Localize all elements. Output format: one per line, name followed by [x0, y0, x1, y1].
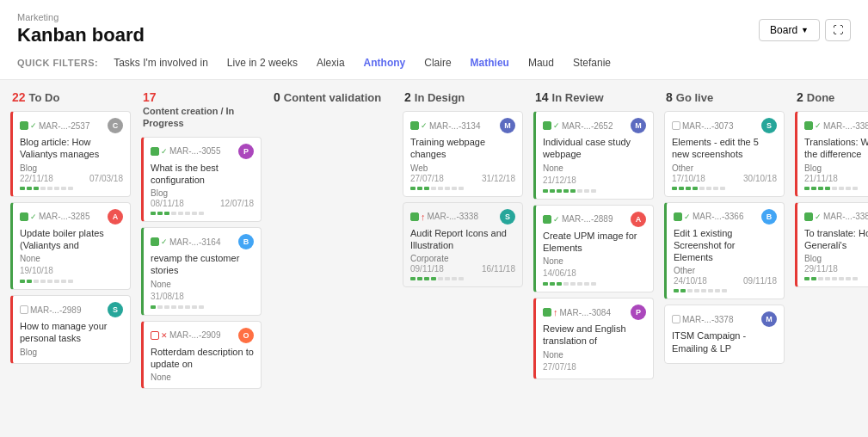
task-icon-2989 — [20, 305, 28, 314]
chevron-down-icon: ▼ — [801, 26, 809, 34]
column-contentvalidation: 0 Content validation — [268, 87, 396, 400]
card-3073[interactable]: MAR-...-3073 S Elements - edit the 5 new… — [664, 111, 785, 197]
card-date2-3366: 09/11/18 — [743, 276, 777, 286]
task-icon-3134 — [410, 121, 419, 130]
card-id-2652: MAR-...-2652 — [562, 121, 613, 131]
card-2909[interactable]: ✕ MAR-...-2909 O Rotterdam description t… — [141, 321, 262, 390]
avatar-2652: M — [631, 118, 646, 133]
card-date1-3164: 31/08/18 — [151, 292, 184, 301]
card-title-2889: Create UPM image for Elements — [543, 230, 646, 255]
card-date1-2652: 21/12/18 — [543, 175, 576, 185]
card-tag-2889: None — [543, 256, 646, 266]
card-title-3134: Training webpage changes — [410, 136, 515, 161]
card-date1-3073: 17/10/18 — [672, 174, 705, 183]
task-icon-3164 — [151, 237, 159, 246]
filter-involved[interactable]: Tasks I'm involved in — [110, 55, 212, 71]
card-tag-3366: Other — [674, 266, 777, 275]
column-todo: 22 To Do ✓ MAR-...-2537 C Blog article: … — [7, 87, 134, 400]
card-tag-3388: Blog — [804, 254, 868, 263]
card-title-3388: To translate: How Generali's — [804, 227, 868, 252]
up-arrow-3338: ↑ — [421, 212, 426, 222]
avatar-3366: B — [761, 209, 777, 225]
card-id-3338: MAR-...-3338 — [428, 212, 478, 221]
card-tag-3387: Blog — [804, 163, 868, 173]
filter-anthony[interactable]: Anthony — [360, 55, 409, 71]
check-icon-3387: ✓ — [815, 121, 822, 130]
kanban-board: 22 To Do ✓ MAR-...-2537 C Blog article: … — [0, 80, 868, 407]
column-done: 2 Done ✓ MAR-...-3387 S Translations: Wh… — [791, 87, 868, 400]
card-3055[interactable]: ✓ MAR-...-3055 P What is the best config… — [141, 137, 262, 223]
card-3285[interactable]: ✓ MAR-...-3285 A Update boiler plates (V… — [10, 202, 131, 291]
card-tag-3134: Web — [410, 163, 515, 173]
card-date2-3055: 12/07/18 — [220, 199, 254, 208]
filter-maud[interactable]: Maud — [525, 55, 557, 71]
card-3134[interactable]: ✓ MAR-...-3134 M Training webpage change… — [403, 111, 523, 197]
filter-stefanie[interactable]: Stefanie — [569, 55, 614, 71]
card-tag-2537: Blog — [20, 163, 123, 173]
check-icon-2909: ✕ — [161, 331, 168, 340]
card-date1-3084: 27/07/18 — [543, 362, 576, 372]
check-icon-3366: ✓ — [684, 212, 691, 221]
card-3378[interactable]: MAR-...-3378 M ITSM Campaign - Emailing … — [664, 305, 785, 364]
card-3164[interactable]: ✓ MAR-...-3164 B revamp the customer sto… — [141, 227, 262, 316]
board-view-button[interactable]: Board ▼ — [759, 19, 820, 41]
card-id-3378: MAR-...-3378 — [682, 315, 733, 324]
card-2989[interactable]: MAR-...-2989 S How to manage your person… — [10, 295, 131, 364]
card-title-2652: Individual case study webpage — [543, 136, 646, 161]
card-date2-2537: 07/03/18 — [89, 174, 123, 183]
card-3387[interactable]: ✓ MAR-...-3387 S Translations: What is t… — [795, 111, 868, 197]
filter-mathieu[interactable]: Mathieu — [467, 55, 513, 71]
card-id-2889: MAR-...-2889 — [562, 214, 613, 224]
column-header-todo: 22 To Do — [10, 87, 131, 111]
card-3366[interactable]: ✓ MAR-...-3366 B Edit 1 existing Screens… — [664, 202, 785, 300]
col-count-golive: 8 — [666, 90, 673, 104]
filter-alexia[interactable]: Alexia — [313, 55, 348, 71]
task-icon-3285 — [20, 212, 28, 221]
avatar-3164: B — [238, 234, 254, 249]
col-name-indesign: In Design — [415, 91, 465, 104]
card-id-2537: MAR-...-2537 — [39, 121, 89, 131]
col-count-inprogress: 17 — [143, 90, 157, 104]
card-tag-3164: None — [151, 280, 254, 289]
task-icon-2537 — [20, 121, 28, 130]
board-label: Board — [770, 24, 797, 36]
filter-claire[interactable]: Claire — [421, 55, 454, 71]
col-name-golive: Go live — [676, 91, 713, 104]
card-title-2909: Rotterdam description to update on — [151, 346, 254, 371]
card-id-2909: MAR-...-2909 — [169, 330, 220, 340]
col-cards-indesign: ✓ MAR-...-3134 M Training webpage change… — [403, 111, 523, 287]
task-icon-3084 — [543, 308, 551, 317]
column-golive: 8 Go live MAR-...-3073 S Elements - edit… — [661, 87, 788, 400]
card-tag-3285: None — [20, 254, 123, 263]
check-icon-3134: ✓ — [421, 121, 428, 130]
card-2889[interactable]: ✓ MAR-...-2889 A Create UPM image for El… — [533, 205, 654, 293]
col-count-contentvalidation: 0 — [274, 90, 280, 104]
expand-button[interactable]: ⛶ — [825, 19, 851, 41]
card-tag-3073: Other — [672, 163, 777, 173]
card-2537[interactable]: ✓ MAR-...-2537 C Blog article: How Valia… — [10, 111, 131, 197]
col-count-done: 2 — [797, 90, 803, 104]
card-3084[interactable]: ↑ MAR-...-3084 P Review and English tran… — [533, 298, 654, 379]
card-3388[interactable]: ✓ MAR-...-3388 B To translate: How Gener… — [795, 202, 868, 288]
card-tag-2909: None — [151, 372, 254, 382]
card-title-3055: What is the best configuration — [151, 162, 254, 187]
task-icon-2909 — [151, 331, 159, 340]
filter-live2weeks[interactable]: Live in 2 weeks — [224, 55, 301, 71]
card-tag-2652: None — [543, 163, 646, 173]
col-count-todo: 22 — [12, 90, 26, 104]
col-cards-golive: MAR-...-3073 S Elements - edit the 5 new… — [664, 111, 785, 364]
card-date2-3134: 31/12/18 — [482, 174, 515, 183]
task-icon-3388 — [804, 212, 813, 221]
col-name-done: Done — [807, 91, 835, 104]
avatar-2889: A — [631, 212, 646, 227]
avatar-3134: M — [500, 118, 515, 133]
col-cards-inreview: ✓ MAR-...-2652 M Individual case study w… — [533, 111, 654, 379]
column-header-inprogress: 17 Content creation / In Progress — [141, 87, 262, 137]
card-date1-3285: 19/10/18 — [20, 266, 53, 275]
card-3338[interactable]: ↑ MAR-...-3338 S Audit Report Icons and … — [403, 202, 523, 288]
card-2652[interactable]: ✓ MAR-...-2652 M Individual case study w… — [533, 111, 654, 200]
up-arrow-3084: ↑ — [553, 307, 558, 317]
column-header-done: 2 Done — [795, 87, 868, 111]
page-title: Kanban board — [17, 24, 145, 46]
card-id-3073: MAR-...-3073 — [682, 121, 733, 131]
